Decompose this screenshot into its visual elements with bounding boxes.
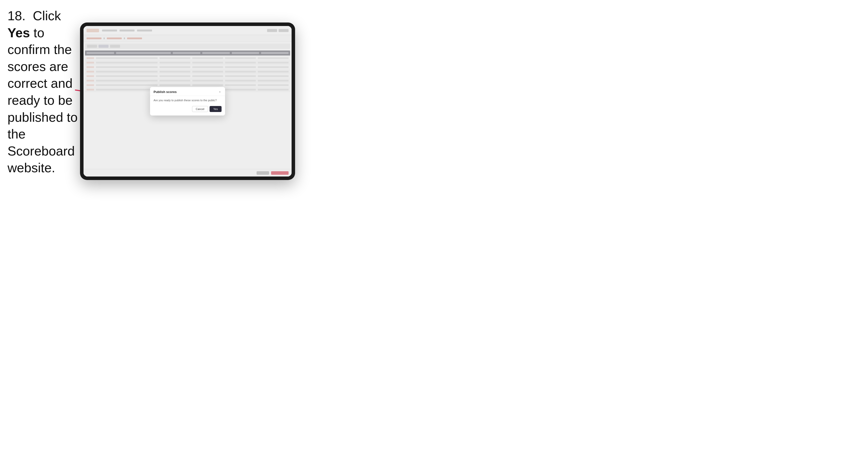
modal-close-icon[interactable]: ×	[218, 90, 222, 94]
tablet-frame: Publish scores × Are you ready to publis…	[80, 23, 295, 180]
tablet-screen: Publish scores × Are you ready to publis…	[84, 26, 291, 177]
publish-scores-dialog: Publish scores × Are you ready to publis…	[150, 87, 225, 115]
yes-emphasis: Yes	[7, 26, 30, 40]
modal-message: Are you ready to publish these scores to…	[154, 98, 222, 102]
step-number: 18.	[7, 8, 26, 23]
modal-actions: Cancel Yes	[154, 106, 222, 112]
cancel-button[interactable]: Cancel	[192, 106, 208, 112]
modal-header: Publish scores ×	[150, 87, 225, 96]
modal-overlay: Publish scores × Are you ready to publis…	[84, 26, 291, 177]
modal-body: Are you ready to publish these scores to…	[150, 96, 225, 115]
yes-button[interactable]: Yes	[210, 106, 222, 112]
modal-title: Publish scores	[154, 90, 177, 94]
instruction-text: 18. Click Yes to confirm the scores are …	[7, 7, 80, 177]
